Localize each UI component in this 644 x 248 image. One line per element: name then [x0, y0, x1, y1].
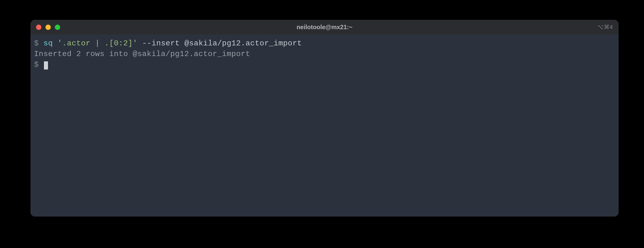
command-quoted-arg: '.actor | .[0:2]': [58, 39, 138, 48]
terminal-body[interactable]: $ sq '.actor | .[0:2]' --insert @sakila/…: [30, 34, 619, 217]
terminal-line-output: Inserted 2 rows into @sakila/pg12.actor_…: [34, 49, 615, 59]
terminal-line-command: $ sq '.actor | .[0:2]' --insert @sakila/…: [34, 38, 615, 49]
zoom-icon[interactable]: [55, 25, 60, 30]
terminal-window: neilotoole@mx21:~ ⌥⌘4 $ sq '.actor | .[0…: [30, 20, 619, 217]
stage: neilotoole@mx21:~ ⌥⌘4 $ sq '.actor | .[0…: [0, 0, 644, 248]
command-flag: --insert: [142, 39, 180, 48]
window-title: neilotoole@mx21:~: [30, 24, 619, 31]
window-titlebar[interactable]: neilotoole@mx21:~ ⌥⌘4: [30, 20, 619, 34]
prompt-symbol: $: [34, 39, 39, 48]
minimize-icon[interactable]: [45, 25, 51, 30]
command-name: sq: [43, 39, 53, 48]
close-icon[interactable]: [36, 25, 41, 30]
prompt-symbol: $: [34, 60, 39, 69]
traffic-lights: [30, 25, 60, 30]
window-shortcut-hint: ⌥⌘4: [597, 24, 613, 30]
terminal-line-prompt: $: [34, 59, 615, 70]
command-target: @sakila/pg12.actor_import: [184, 39, 302, 48]
cursor-block-icon: [44, 61, 48, 69]
